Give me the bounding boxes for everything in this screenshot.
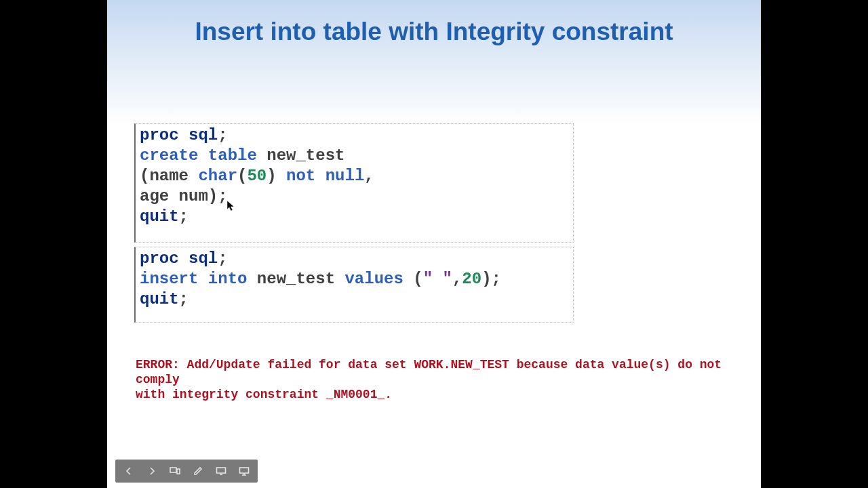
error-message: ERROR: Add/Update failed for data set WO… (136, 357, 749, 402)
svg-rect-1 (177, 469, 180, 474)
code-token (315, 167, 325, 185)
code-token: ; (218, 126, 227, 144)
slide: Insert into table with Integrity constra… (107, 0, 761, 488)
code-token: " " (423, 270, 452, 288)
slide-sorter-button[interactable] (163, 462, 186, 481)
chevron-right-icon (147, 466, 157, 476)
code-token: ) (267, 167, 286, 185)
code-token: proc sql (140, 249, 218, 268)
presentation-toolbar (115, 460, 258, 483)
screen-icon (216, 466, 226, 476)
code-token: ( (403, 270, 423, 288)
code-block-1: proc sql; create table new_test (name ch… (134, 123, 574, 243)
code-token: char (198, 167, 237, 185)
code-token: null (326, 167, 365, 185)
error-line: with integrity constraint _NM0001_. (136, 388, 392, 401)
code-token (198, 270, 208, 288)
svg-rect-3 (240, 468, 249, 473)
svg-rect-0 (170, 468, 176, 472)
code-token: into (208, 270, 248, 288)
code-token: insert (140, 270, 198, 288)
code-token: new_test (257, 146, 345, 165)
code-token: , (452, 270, 462, 288)
code-token: , (364, 167, 374, 185)
pen-icon (193, 466, 203, 476)
prev-slide-button[interactable] (117, 462, 140, 481)
code-token: table (208, 146, 257, 165)
code-token: not (286, 167, 315, 185)
slide-title: Insert into table with Integrity constra… (107, 18, 761, 46)
code-token: proc sql (140, 126, 218, 144)
code-token: new_test (247, 270, 344, 288)
code-token: (name (140, 167, 198, 185)
svg-rect-2 (217, 468, 226, 473)
code-token: ; (179, 207, 189, 226)
error-line: ERROR: Add/Update failed for data set WO… (136, 358, 722, 386)
screen-button[interactable] (210, 462, 233, 481)
code-token: ; (179, 290, 189, 308)
code-token: ; (218, 249, 227, 268)
code-token: quit (140, 207, 179, 226)
grid-icon (170, 466, 180, 476)
code-token: create (140, 146, 198, 165)
chevron-left-icon (124, 466, 134, 476)
code-token: age num); (140, 187, 228, 205)
code-token: values (344, 270, 403, 288)
code-token: ); (481, 270, 501, 288)
code-token (198, 146, 208, 165)
code-token: ( (237, 167, 247, 185)
presenter-icon (239, 466, 250, 476)
code-token: quit (140, 290, 179, 308)
next-slide-button[interactable] (140, 462, 163, 481)
code-token: 50 (247, 167, 267, 185)
pen-button[interactable] (186, 462, 210, 481)
code-block-2: proc sql; insert into new_test values ("… (134, 247, 574, 323)
code-token: 20 (462, 270, 481, 288)
presenter-view-button[interactable] (233, 462, 256, 481)
